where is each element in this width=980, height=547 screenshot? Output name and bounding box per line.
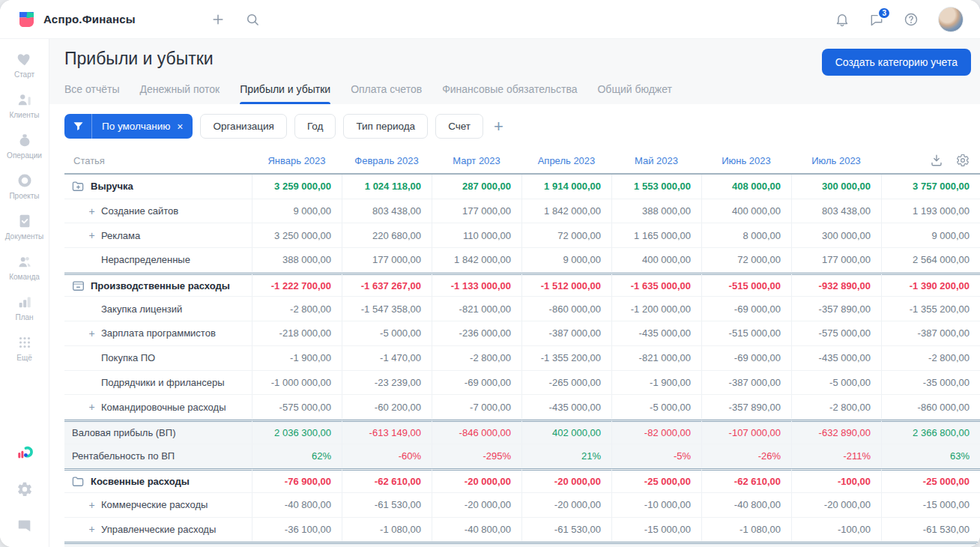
support-chat-icon[interactable] — [16, 517, 33, 534]
row-value: 400 000,00 — [611, 248, 701, 273]
row-value: -1 133 000,00 — [432, 273, 521, 297]
row-label: Производственные расходы — [91, 280, 230, 291]
table-row[interactable]: +Реклама3 250 000,00220 680,00110 000,00… — [64, 223, 980, 248]
table-row[interactable]: Косвенные расходы-76 900,00-62 610,00-20… — [64, 468, 980, 493]
column-header-month[interactable]: Февраль 2023 — [342, 148, 432, 173]
column-header-month[interactable]: Май 2023 — [611, 148, 701, 173]
team-icon — [16, 253, 33, 270]
row-label-cell: Валовая прибыль (ВП) — [64, 420, 252, 444]
expand-plus-icon[interactable]: + — [87, 327, 97, 339]
add-filter-button[interactable]: + — [491, 118, 506, 135]
messages-chat-icon[interactable]: 3 — [869, 12, 884, 27]
table-row[interactable]: Производственные расходы-1 222 700,00-1 … — [64, 273, 980, 297]
expand-plus-icon[interactable]: + — [87, 523, 97, 535]
create-category-button[interactable]: Создать категорию учета — [822, 49, 971, 76]
row-label-cell: +Создание сайтов — [64, 199, 252, 224]
row-value: 110 000,00 — [432, 223, 521, 248]
row-value: 62% — [252, 444, 342, 469]
table-row[interactable]: +Коммерческие расходы-40 800,00-61 530,0… — [64, 493, 980, 518]
row-value: 3 259 000,00 — [252, 175, 342, 199]
table-row[interactable]: +Создание сайтов9 000,00803 438,00177 00… — [64, 199, 980, 224]
row-value: 1 842 000,00 — [521, 199, 611, 224]
sidebar-item-more[interactable]: Ещё — [5, 334, 44, 362]
row-value: -1 900,00 — [611, 371, 701, 396]
sidebar-item-documents[interactable]: Документы — [5, 213, 44, 241]
row-value: 300 000,00 — [791, 223, 881, 248]
row-value: -575 000,00 — [791, 321, 881, 346]
table-row[interactable]: +Зарплата программистов-218 000,00-5 000… — [64, 321, 980, 346]
table-row[interactable]: +Командировочные расходы-575 000,00-60 2… — [64, 395, 980, 420]
filter-chip-account[interactable]: Счет — [435, 114, 483, 139]
filter-chip-organization[interactable]: Организация — [200, 114, 286, 139]
sidebar-item-plan[interactable]: План — [5, 294, 44, 321]
table-row[interactable]: Рентабельность по ВП62%-60%-295%21%-5%-2… — [64, 444, 980, 469]
expand-plus-icon[interactable]: + — [87, 499, 97, 511]
expand-plus-icon[interactable]: + — [87, 205, 97, 217]
column-header-month[interactable]: Апрель 2023 — [521, 148, 611, 173]
product-logo-icon[interactable] — [16, 445, 33, 462]
row-value: -1 080,00 — [701, 518, 791, 543]
row-value: -25 000,00 — [611, 468, 701, 493]
tab-invoices[interactable]: Оплата счетов — [351, 83, 422, 104]
folder-plus-icon[interactable] — [72, 181, 85, 192]
filter-chip-year[interactable]: Год — [294, 114, 336, 139]
column-header-month[interactable]: Март 2023 — [432, 148, 521, 173]
row-value: -1 547 358,00 — [342, 297, 432, 321]
notifications-bell-icon[interactable] — [835, 12, 850, 27]
topbar: Аспро.Финансы 3 — [0, 0, 980, 39]
folder-icon[interactable] — [72, 476, 85, 487]
table-row[interactable]: +Подрядчики и фрилансеры-1 000 000,00-23… — [64, 371, 980, 396]
help-icon[interactable] — [904, 12, 919, 27]
row-value: -515 000,00 — [701, 321, 791, 346]
filter-chip-period-type[interactable]: Тип периода — [343, 114, 428, 139]
app-name: Аспро.Финансы — [43, 13, 136, 25]
download-icon[interactable] — [930, 154, 943, 167]
table-row[interactable]: +Управленческие расходы-36 100,00-1 080,… — [64, 518, 980, 543]
sidebar-item-start[interactable]: Старт — [5, 51, 44, 79]
row-value: -40 800,00 — [252, 493, 342, 518]
folder-minus-icon[interactable] — [72, 280, 85, 291]
sidebar-item-clients[interactable]: Клиенты — [5, 91, 44, 119]
topbar-add-button[interactable] — [211, 12, 226, 27]
filter-default-label: По умолчанию — [92, 121, 175, 132]
row-label-cell: +Покупка ПО — [64, 346, 252, 371]
table-row[interactable]: +Закупка лицензий-2 800,00-1 547 358,00-… — [64, 297, 980, 321]
tab-liabilities[interactable]: Финансовые обязательства — [442, 83, 577, 104]
expand-plus-icon[interactable]: + — [87, 401, 97, 413]
sidebar-item-team[interactable]: Команда — [5, 253, 44, 281]
column-header-month[interactable]: Июль 2023 — [791, 148, 881, 173]
filter-default-button[interactable]: По умолчанию × — [64, 114, 193, 139]
row-value: -357 890,00 — [701, 395, 791, 420]
search-icon[interactable] — [245, 12, 260, 27]
row-value: -435 000,00 — [791, 346, 881, 371]
sidebar-item-projects[interactable]: Проекты — [5, 172, 44, 200]
row-label: Зарплата программистов — [101, 327, 216, 339]
table-row[interactable]: +Покупка ПО-1 900,00-1 470,00-2 800,00-1… — [64, 346, 980, 371]
settings-gear-icon[interactable] — [16, 481, 33, 498]
row-value: 388 000,00 — [611, 199, 701, 224]
tab-pnl[interactable]: Прибыли и убытки — [240, 83, 330, 104]
column-header-month[interactable]: Январь 2023 — [252, 148, 342, 173]
row-value: -860 000,00 — [881, 395, 980, 420]
row-value: -218 000,00 — [252, 321, 342, 346]
tab-cash-flow[interactable]: Денежный поток — [139, 83, 220, 104]
projects-icon — [16, 172, 33, 189]
row-value: -1 200 000,00 — [611, 297, 701, 321]
table-header-row: Статья Январь 2023Февраль 2023Март 2023А… — [64, 148, 980, 175]
row-label-cell: +Командировочные расходы — [64, 395, 252, 420]
filter-close-icon[interactable]: × — [175, 121, 193, 133]
row-value: -15 000,00 — [611, 518, 701, 543]
user-avatar[interactable] — [938, 7, 964, 32]
row-value: -100,00 — [791, 468, 881, 493]
row-value: -69 000,00 — [701, 297, 791, 321]
tab-budget[interactable]: Общий бюджет — [597, 83, 671, 104]
next-row-partial — [64, 542, 980, 547]
table-row[interactable]: +Нераспределенные388 000,00177 000,001 8… — [64, 248, 980, 273]
table-settings-gear-icon[interactable] — [956, 154, 970, 167]
table-row[interactable]: Валовая прибыль (ВП)2 036 300,00-613 149… — [64, 420, 980, 444]
sidebar-item-operations[interactable]: Операции — [5, 132, 44, 160]
tab-all-reports[interactable]: Все отчёты — [64, 83, 119, 104]
column-header-month[interactable]: Июнь 2023 — [701, 148, 791, 173]
table-row[interactable]: Выручка3 259 000,001 024 118,00287 000,0… — [64, 175, 980, 199]
expand-plus-icon[interactable]: + — [87, 229, 97, 241]
